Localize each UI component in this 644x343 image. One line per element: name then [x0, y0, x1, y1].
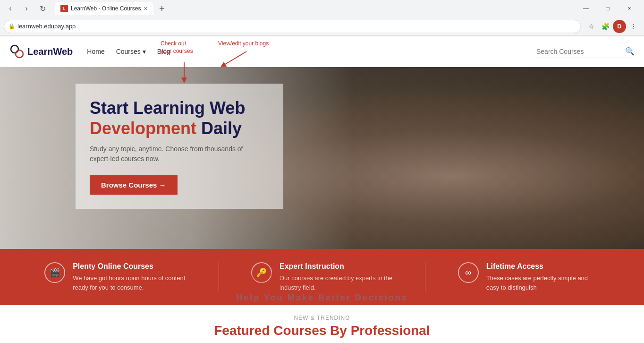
hero-title-part1: Start Learning Web [90, 98, 245, 118]
nav-courses-label: Courses [116, 48, 141, 55]
feature-title-1: Expert Instruction [280, 262, 393, 271]
feature-text-0: Plenty Online Courses We have got hours … [73, 262, 186, 292]
svg-point-4 [11, 45, 18, 53]
nav-home[interactable]: Home [87, 48, 104, 55]
key-icon: 🔑 [251, 262, 272, 283]
feature-item-1: 🔑 Expert Instruction Our courses are cre… [251, 262, 393, 292]
address-bar-row: 🔒 ☆ 🧩 D ⋮ [0, 17, 644, 36]
search-box: 🔍 [536, 45, 635, 58]
chevron-down-icon: ▾ [143, 48, 146, 55]
search-input[interactable] [536, 48, 621, 55]
courses-arrow [179, 62, 189, 84]
extensions-button[interactable]: 🧩 [599, 20, 612, 33]
hero-content: Start Learning Web Development Daily Stu… [76, 84, 283, 209]
address-wrapper: 🔒 [4, 20, 581, 33]
bottom-section: New & Trending Featured Courses By Profe… [0, 305, 644, 338]
logo-text: LearnWeb [27, 46, 73, 57]
feature-desc-2: These cases are perfectly simple and eas… [486, 274, 600, 292]
hero-title: Start Learning Web Development Daily [90, 98, 264, 138]
browse-courses-button[interactable]: Browse Courses → [90, 175, 178, 195]
tab-title: LearnWeb - Online Courses [71, 5, 141, 12]
blog-arrow [218, 51, 256, 69]
refresh-button[interactable]: ↻ [36, 2, 49, 15]
search-icon-button[interactable]: 🔍 [625, 47, 635, 56]
address-input[interactable] [4, 20, 581, 33]
infinity-icon: ∞ [458, 262, 479, 283]
nav-courses[interactable]: Courses ▾ [116, 48, 146, 55]
logo[interactable]: LearnWeb [9, 44, 73, 59]
close-button[interactable]: × [619, 0, 640, 17]
tab-favicon: L [60, 5, 68, 12]
menu-button[interactable]: ⋮ [627, 20, 640, 33]
feature-title-0: Plenty Online Courses [73, 262, 186, 271]
feature-item-0: 🎬 Plenty Online Courses We have got hour… [44, 262, 186, 292]
minimize-button[interactable]: — [575, 0, 597, 17]
feature-text-1: Expert Instruction Our courses are creat… [280, 262, 393, 292]
bookmark-button[interactable]: ☆ [585, 20, 598, 33]
back-button[interactable]: ‹ [4, 2, 17, 15]
browser-actions: ☆ 🧩 D ⋮ [585, 20, 640, 33]
profile-button[interactable]: D [613, 20, 626, 33]
feature-divider-2 [425, 262, 425, 292]
window-controls: — □ × [575, 0, 640, 17]
features-bar: 🎬 Plenty Online Courses We have got hour… [0, 249, 644, 305]
logo-icon [9, 44, 25, 59]
feature-item-2: ∞ Lifetime Access These cases are perfec… [458, 262, 600, 292]
maximize-button[interactable]: □ [597, 0, 619, 17]
hero-subtitle: Study any topic, anytime. Choose from th… [90, 144, 264, 164]
feature-title-2: Lifetime Access [486, 262, 600, 271]
new-trending-label: New & Trending [28, 315, 616, 321]
new-tab-button[interactable]: + [155, 2, 169, 15]
courses-annotation: Check out your courses [161, 40, 193, 55]
lock-icon: 🔒 [8, 23, 15, 29]
blog-annotation: View/edit your blogs [218, 40, 269, 48]
tab-close-button[interactable]: × [144, 5, 148, 12]
hero-title-daily: Daily [201, 119, 242, 138]
hero-section: Start Learning Web Development Daily Stu… [0, 67, 644, 249]
active-tab[interactable]: L LearnWeb - Online Courses × [55, 2, 153, 15]
feature-divider-1 [219, 262, 219, 292]
video-icon: 🎬 [44, 262, 65, 283]
feature-desc-0: We have got hours upon hours of content … [73, 274, 186, 292]
forward-button[interactable]: › [20, 2, 33, 15]
nav-links: Home Courses ▾ Blog [87, 48, 536, 55]
feature-desc-1: Our courses are created by experts in th… [280, 274, 393, 292]
hero-title-part2: Development [90, 119, 196, 138]
svg-line-3 [223, 51, 246, 66]
featured-title: Featured Courses By Professional [28, 323, 616, 338]
featured-title-text: Featured Courses By Professional [214, 323, 430, 338]
navbar: LearnWeb Home Courses ▾ Blog 🔍 [0, 36, 644, 67]
feature-text-2: Lifetime Access These cases are perfectl… [486, 262, 600, 292]
svg-point-5 [16, 50, 23, 58]
